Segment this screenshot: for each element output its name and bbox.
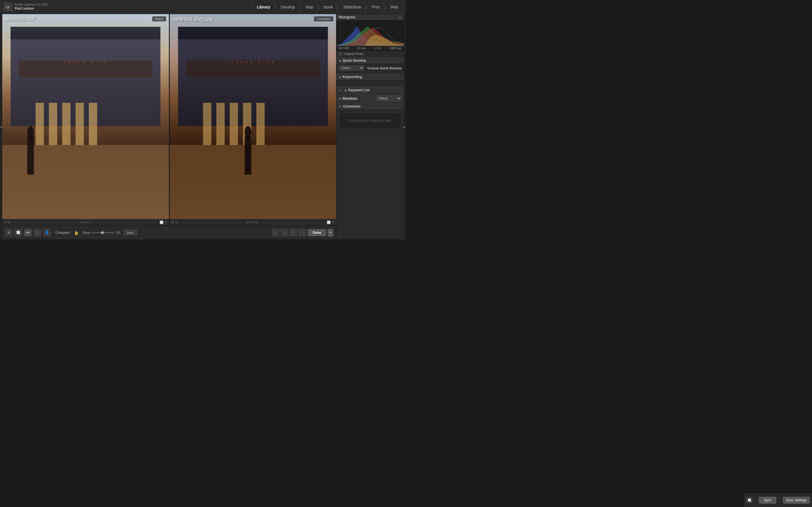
compare-view: Select d690-026.ORF: [2, 14, 336, 225]
grid-view-button[interactable]: ⊞: [5, 229, 12, 236]
left-panel-toggle[interactable]: ◀: [0, 14, 2, 239]
quick-develop-section-title: Custom Quick Develop: [368, 66, 402, 70]
select-photo-image: G R A N D R I E R: [2, 14, 169, 225]
nav-web[interactable]: Web: [386, 0, 403, 14]
nav-sep-5: |: [365, 4, 368, 10]
grand-pier-text-left: G R A N D R I E R: [19, 61, 152, 63]
done-button[interactable]: Done: [308, 229, 326, 236]
comments-text-area: Comments not supported here: [339, 112, 402, 129]
select-photo-svg: [2, 14, 169, 225]
nav-develop[interactable]: Develop: [277, 0, 299, 14]
metadata-preset-select[interactable]: Default: [376, 96, 402, 101]
compare-label: Compare :: [55, 231, 71, 235]
keywording-content: [336, 80, 404, 86]
app-info: Adobe Lightroom CC 2015 Rod Lawton: [15, 3, 48, 11]
grand-pier-text-right: G R A N D R I E R: [186, 61, 319, 63]
select-panel-left-icons: ⚑ ⊞: [4, 221, 10, 224]
select-panel-dots: [80, 222, 90, 223]
keyword-list-plus-icon[interactable]: +: [339, 88, 341, 93]
select-filename: d690-026.ORF: [6, 17, 36, 22]
original-photo-label: Original Photo: [344, 52, 363, 55]
swap-right-icon: ↔: [283, 231, 286, 234]
nav-print[interactable]: Print: [368, 0, 384, 14]
keywording-title: Keywording: [343, 75, 362, 79]
nav-slideshow[interactable]: Slideshow: [340, 0, 366, 14]
svg-rect-6: [62, 103, 71, 145]
compare-view-button[interactable]: XY: [24, 229, 32, 236]
survey-view-button[interactable]: ⬛: [34, 229, 41, 236]
select-photo-panel: Select d690-026.ORF: [2, 14, 169, 225]
select-panel-bottom-bar: ⚑ ⊞ ⬜ ✕: [2, 219, 169, 225]
svg-rect-2: [11, 27, 160, 40]
sync-button-left[interactable]: Sync: [124, 230, 137, 235]
keyword-list-header[interactable]: + ◀ Keyword List: [336, 86, 404, 94]
nav-book[interactable]: Book: [320, 0, 337, 14]
keyword-list-title: Keyword List: [348, 88, 369, 92]
keywording-header[interactable]: ◀ Keywording: [336, 73, 404, 80]
user-name: Rod Lawton: [15, 6, 48, 11]
candidate-panel-bottom-bar: ⚑ ⊞ ⬜ ✕: [170, 219, 336, 225]
nav-sep-1: |: [274, 4, 276, 10]
quick-develop-top: Custom Custom Quick Develop: [339, 65, 402, 71]
candidate-flag-icon: ⚑: [171, 221, 174, 224]
loupe-view-button[interactable]: ⬜: [15, 229, 22, 236]
quick-develop-arrow: ◀: [339, 59, 341, 62]
loupe-view-icon: ⬜: [16, 231, 20, 234]
svg-rect-1: [11, 31, 160, 126]
histogram-header[interactable]: Histogram ▼: [336, 14, 404, 20]
histogram-dropdown-icon: ▼: [399, 16, 402, 19]
swap-left-button[interactable]: ↔: [272, 229, 279, 236]
comments-header[interactable]: ▼ Comments: [336, 103, 404, 110]
keyword-list-arrow: ◀: [344, 89, 347, 92]
next-icon: →: [301, 230, 305, 235]
lock-button[interactable]: 🔒: [73, 230, 79, 235]
candidate-expand-icon[interactable]: ⬜: [327, 221, 331, 224]
prev-icon: ←: [292, 230, 296, 235]
logo-area: Lr Adobe Lightroom CC 2015 Rod Lawton: [3, 3, 48, 11]
zoom-value: 2:1: [116, 231, 120, 234]
bottom-toolbar: ⊞ ⬜ XY ⬛ 👤 Compare : 🔒 Zoom: [2, 225, 336, 239]
survey-view-icon: ⬛: [36, 231, 40, 234]
metadata-header[interactable]: ◀ Metadata Default: [336, 94, 404, 103]
done-dropdown-button[interactable]: ▼: [327, 229, 333, 236]
swap-right-button[interactable]: ↔: [281, 229, 288, 236]
people-view-button[interactable]: 👤: [43, 229, 51, 236]
candidate-panel-dots: [247, 222, 257, 223]
nav-map[interactable]: Map: [302, 0, 317, 14]
comments-section: Comments not supported here: [336, 110, 404, 131]
histogram-section: Histogram ▼: [336, 14, 404, 57]
candidate-close-icon[interactable]: ✕: [332, 221, 335, 224]
histogram-focal: 12 mm: [357, 47, 366, 50]
original-photo-checkbox[interactable]: [339, 52, 342, 55]
zoom-slider[interactable]: [92, 232, 114, 233]
nav-sep-2: |: [299, 4, 302, 10]
svg-rect-23: [170, 145, 336, 225]
right-panel-toggle[interactable]: ▶: [404, 14, 406, 239]
zoom-slider-thumb[interactable]: [101, 231, 104, 234]
histogram-iso: ISO 200: [339, 47, 349, 50]
comments-header-left: ▼ Comments: [339, 105, 361, 108]
nav-sep-6: |: [384, 4, 386, 10]
candidate-filename: d690-026_DxO.jpg: [173, 17, 212, 22]
keywording-arrow: ◀: [339, 75, 341, 78]
metadata-arrow: ◀: [339, 97, 341, 100]
nav-menu: Library | Develop | Map | Book | Slidesh…: [253, 0, 403, 14]
svg-rect-12: [28, 136, 34, 175]
quick-develop-section: Custom Custom Quick Develop: [336, 64, 404, 73]
done-dropdown-icon: ▼: [329, 231, 332, 234]
svg-point-13: [28, 126, 34, 139]
lock-icon: 🔒: [74, 230, 79, 235]
select-expand-icon[interactable]: ⬜: [160, 221, 163, 224]
zoom-area: Zoom 2:1: [82, 231, 120, 234]
custom-preset-select[interactable]: Custom: [339, 65, 364, 71]
svg-point-27: [245, 126, 251, 139]
prev-button[interactable]: ←: [290, 229, 297, 236]
svg-rect-5: [49, 103, 57, 145]
main-area: ◀ Select d690-026.ORF: [0, 14, 406, 239]
svg-rect-15: [178, 31, 327, 126]
select-close-icon[interactable]: ✕: [165, 221, 167, 224]
nav-library[interactable]: Library: [253, 0, 274, 14]
quick-develop-title: Quick Develop: [343, 59, 366, 62]
quick-develop-header[interactable]: ◀ Quick Develop: [336, 57, 404, 64]
next-button[interactable]: →: [299, 229, 306, 236]
